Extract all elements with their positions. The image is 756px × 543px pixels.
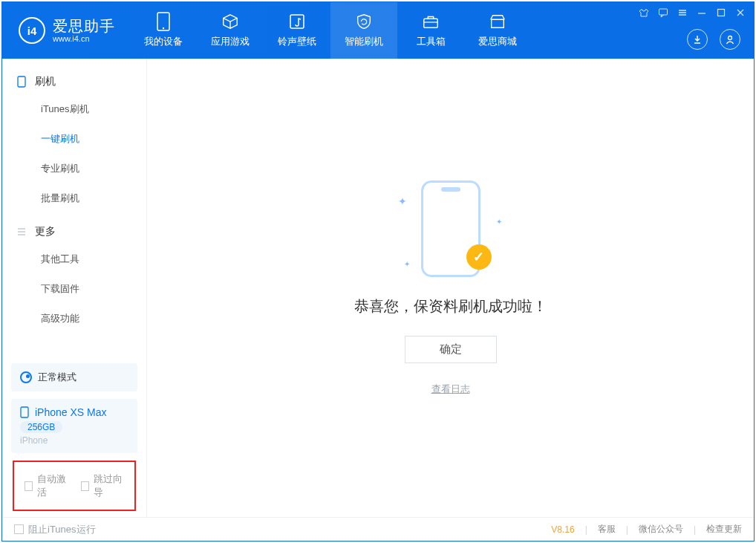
main-content: ✦ ✦ ✦ ✓ 恭喜您，保资料刷机成功啦！ 确定 查看日志 bbox=[147, 59, 754, 517]
feedback-icon[interactable] bbox=[657, 7, 669, 19]
brand-subtitle: www.i4.cn bbox=[53, 34, 115, 43]
window-controls bbox=[638, 7, 746, 19]
device-name: iPhone XS Max bbox=[35, 406, 107, 418]
capacity-badge: 256GB bbox=[20, 421, 62, 433]
app-window: i4 爱思助手 www.i4.cn 我的设备 应用游戏 铃声壁纸 智能刷机 bbox=[1, 1, 755, 542]
tshirt-icon[interactable] bbox=[638, 7, 650, 19]
svg-rect-7 bbox=[18, 77, 25, 87]
sidebar-section-flash: 刷机 bbox=[2, 69, 146, 94]
account-button[interactable] bbox=[720, 29, 740, 50]
tab-apps-games[interactable]: 应用游戏 bbox=[197, 2, 264, 59]
statusbar: 阻止iTunes运行 V8.16 | 客服 | 微信公众号 | 检查更新 bbox=[2, 517, 754, 541]
sidebar-item-download-firmware[interactable]: 下载固件 bbox=[2, 274, 146, 304]
section-title: 更多 bbox=[35, 225, 56, 238]
svg-point-1 bbox=[163, 27, 164, 29]
tab-label: 应用游戏 bbox=[211, 35, 250, 48]
menu-icon[interactable] bbox=[677, 7, 688, 19]
brand-title: 爱思助手 bbox=[53, 18, 115, 34]
link-wechat[interactable]: 微信公众号 bbox=[639, 523, 683, 536]
svg-rect-3 bbox=[424, 19, 437, 27]
svg-rect-6 bbox=[718, 10, 725, 16]
tab-my-device[interactable]: 我的设备 bbox=[130, 2, 197, 59]
sidebar-section-more: 更多 bbox=[2, 219, 146, 244]
tab-label: 工具箱 bbox=[417, 35, 446, 48]
cube-icon bbox=[221, 13, 239, 30]
sidebar-item-pro-flash[interactable]: 专业刷机 bbox=[2, 154, 146, 183]
phone-outline-icon bbox=[20, 406, 29, 418]
link-check-update[interactable]: 检查更新 bbox=[706, 523, 742, 536]
sidebar-item-onekey-flash[interactable]: 一键刷机 bbox=[2, 124, 146, 154]
tab-store[interactable]: 爱思商城 bbox=[464, 2, 531, 59]
version-label: V8.16 bbox=[551, 524, 574, 535]
sidebar: 刷机 iTunes刷机 一键刷机 专业刷机 批量刷机 更多 其他工具 下载固件 … bbox=[2, 59, 147, 517]
success-message: 恭喜您，保资料刷机成功啦！ bbox=[354, 296, 547, 316]
close-button[interactable] bbox=[734, 7, 746, 19]
mode-label: 正常模式 bbox=[38, 371, 76, 384]
music-note-icon bbox=[288, 13, 306, 30]
brand-logo-icon: i4 bbox=[19, 17, 45, 44]
tab-smart-flash[interactable]: 智能刷机 bbox=[330, 2, 397, 59]
tab-label: 铃声壁纸 bbox=[278, 35, 316, 48]
maximize-button[interactable] bbox=[715, 7, 727, 19]
check-badge-icon: ✓ bbox=[466, 244, 492, 270]
sparkle-icon: ✦ bbox=[404, 260, 410, 268]
toolbox-icon bbox=[422, 13, 440, 30]
view-log-link[interactable]: 查看日志 bbox=[431, 383, 470, 396]
success-illustration: ✦ ✦ ✦ ✓ bbox=[403, 181, 499, 277]
tab-toolbox[interactable]: 工具箱 bbox=[397, 2, 464, 59]
sidebar-item-other-tools[interactable]: 其他工具 bbox=[2, 244, 146, 274]
phone-icon bbox=[16, 76, 27, 88]
svg-point-4 bbox=[729, 36, 732, 40]
mode-icon bbox=[20, 371, 32, 383]
device-icon bbox=[154, 13, 172, 30]
device-card[interactable]: iPhone XS Max 256GB iPhone bbox=[11, 399, 137, 453]
link-support[interactable]: 客服 bbox=[598, 523, 616, 536]
checkbox-icon bbox=[25, 481, 33, 491]
sparkle-icon: ✦ bbox=[398, 195, 407, 207]
tab-ringtone-wallpaper[interactable]: 铃声壁纸 bbox=[264, 2, 330, 59]
mode-indicator[interactable]: 正常模式 bbox=[11, 363, 137, 391]
tab-label: 我的设备 bbox=[144, 35, 183, 48]
header-right-actions bbox=[687, 29, 740, 50]
checkbox-block-itunes[interactable]: 阻止iTunes运行 bbox=[14, 523, 96, 536]
tab-label: 智能刷机 bbox=[345, 35, 383, 48]
checkbox-skip-guide[interactable]: 跳过向导 bbox=[81, 472, 124, 499]
titlebar: i4 爱思助手 www.i4.cn 我的设备 应用游戏 铃声壁纸 智能刷机 bbox=[2, 2, 754, 59]
shield-sync-icon bbox=[355, 13, 373, 30]
options-highlighted: 自动激活 跳过向导 bbox=[13, 461, 136, 511]
main-tabs: 我的设备 应用游戏 铃声壁纸 智能刷机 工具箱 爱思商城 bbox=[130, 2, 531, 59]
minimize-button[interactable] bbox=[696, 7, 708, 19]
device-type: iPhone bbox=[20, 435, 128, 446]
tab-label: 爱思商城 bbox=[478, 35, 517, 48]
brand: i4 爱思助手 www.i4.cn bbox=[2, 2, 130, 59]
svg-rect-8 bbox=[21, 407, 28, 417]
checkbox-icon bbox=[81, 481, 89, 491]
ok-button[interactable]: 确定 bbox=[405, 336, 497, 363]
svg-rect-5 bbox=[659, 9, 668, 15]
checkbox-icon bbox=[14, 524, 24, 534]
sidebar-item-batch-flash[interactable]: 批量刷机 bbox=[2, 183, 146, 213]
checkbox-auto-activate[interactable]: 自动激活 bbox=[25, 472, 68, 499]
section-title: 刷机 bbox=[35, 75, 56, 88]
sparkle-icon: ✦ bbox=[496, 218, 502, 226]
download-button[interactable] bbox=[687, 29, 708, 50]
sidebar-item-itunes-flash[interactable]: iTunes刷机 bbox=[2, 94, 146, 124]
store-icon bbox=[489, 13, 506, 30]
sidebar-item-advanced[interactable]: 高级功能 bbox=[2, 304, 146, 334]
list-icon bbox=[16, 226, 27, 238]
